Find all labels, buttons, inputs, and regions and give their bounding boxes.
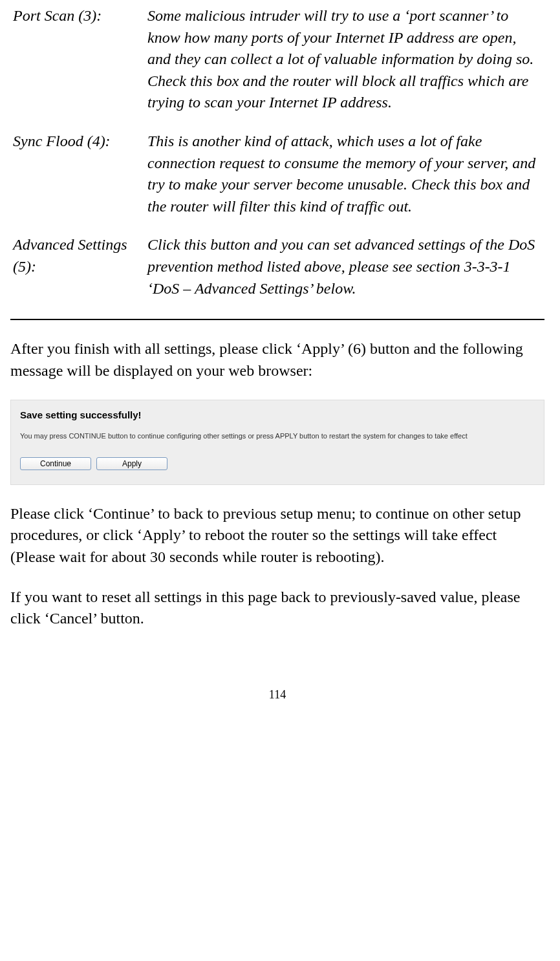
paragraph-apply-instruction: After you finish with all settings, plea… xyxy=(10,338,544,382)
definition-row: Port Scan (3): Some malicious intruder w… xyxy=(10,5,544,114)
paragraph-continue-instruction: Please click ‘Continue’ to back to previ… xyxy=(10,503,544,568)
definition-label: Sync Flood (4): xyxy=(10,131,145,217)
definition-table: Port Scan (3): Some malicious intruder w… xyxy=(10,5,544,299)
apply-button[interactable]: Apply xyxy=(96,457,167,470)
definition-row: Sync Flood (4): This is another kind of … xyxy=(10,131,544,217)
definition-description: Click this button and you can set advanc… xyxy=(145,234,544,299)
page-number: 114 xyxy=(10,688,544,702)
definition-row: Advanced Settings (5): Click this button… xyxy=(10,234,544,299)
save-success-dialog: Save setting successfully! You may press… xyxy=(10,400,544,485)
paragraph-reset-instruction: If you want to reset all settings in thi… xyxy=(10,587,544,630)
definition-description: Some malicious intruder will try to use … xyxy=(145,5,544,114)
definition-label: Port Scan (3): xyxy=(10,5,145,114)
continue-button[interactable]: Continue xyxy=(20,457,91,470)
dialog-message: You may press CONTINUE button to continu… xyxy=(20,431,535,442)
section-divider xyxy=(10,319,544,320)
dialog-title: Save setting successfully! xyxy=(20,409,535,420)
dialog-button-row: Continue Apply xyxy=(20,457,535,470)
definition-description: This is another kind of attack, which us… xyxy=(145,131,544,217)
definition-label: Advanced Settings (5): xyxy=(10,234,145,299)
